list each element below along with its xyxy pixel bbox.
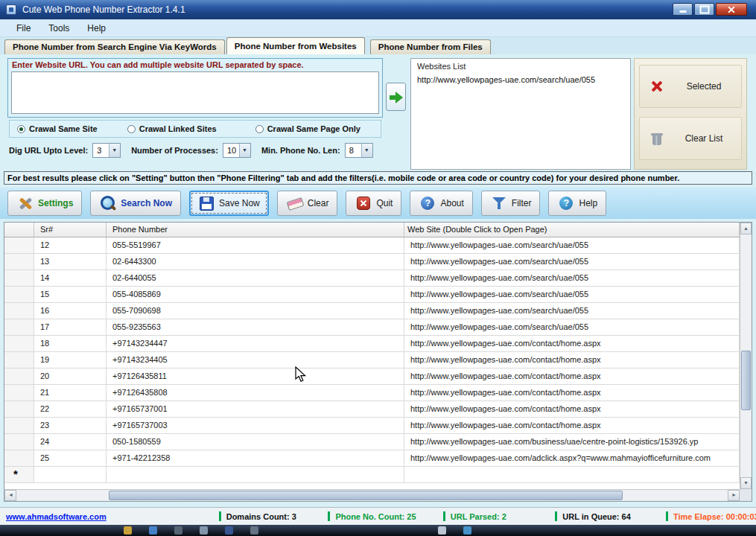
app-icon-2[interactable] [174,526,182,535]
red-x-icon [647,77,667,96]
search-now-button[interactable]: Search Now [90,191,181,216]
table-row[interactable]: 22+97165737001http://www.yellowpages-uae… [4,401,740,418]
trash-icon [647,129,667,148]
grid-header: Sr# Phone Number Web Site (Double Click … [4,223,740,237]
tab-1[interactable]: Phone Number from Search Engine Via KeyW… [4,39,225,54]
url-queue: URL in Queue: 64 [562,512,661,521]
phone-column-header[interactable]: Phone Number [107,223,404,237]
maximize-button[interactable] [694,3,714,16]
table-row[interactable]: 1302-6443300http://www.yellowpages-uae.c… [4,254,740,270]
chevron-down-icon[interactable] [239,144,250,157]
radio-option-2[interactable]: Crawal Linked Sites [127,124,217,133]
row-selector [4,319,34,335]
save-now-button[interactable]: Save Now [189,191,269,216]
menu-item-help[interactable]: Help [78,21,115,36]
table-row[interactable]: 12055-5519967http://www.yellowpages-uae.… [4,237,740,254]
scroll-left-arrow-icon[interactable] [4,490,16,501]
chevron-down-icon[interactable] [109,144,120,157]
add-url-button[interactable] [386,83,406,111]
url-group: Enter Website URL. You can add multiple … [7,58,383,118]
row-selector [4,418,34,433]
table-row[interactable]: 1402-6440055http://www.yellowpages-uae.c… [4,270,740,287]
content-area: Enter Website URL. You can add multiple … [0,54,756,171]
vertical-scroll-thumb[interactable] [741,351,751,410]
filter-button[interactable]: Filter [481,191,541,216]
table-row[interactable]: 19+97143234405http://www.yellowpages-uae… [4,352,740,368]
table-row[interactable]: 16055-7090698http://www.yellowpages-uae.… [4,303,740,319]
help-icon [559,197,573,210]
app-icon-7[interactable] [463,526,471,535]
scroll-down-arrow-icon[interactable] [740,477,752,489]
website-url-input[interactable] [11,71,379,114]
folder-icon[interactable] [124,526,132,535]
app-icon-3[interactable] [200,526,208,535]
row-selector [4,368,34,384]
horizontal-scroll-thumb[interactable] [109,491,623,500]
min-phone-len-label: Min. Phone No. Len: [261,146,340,155]
table-row[interactable]: 24050-1580559http://www.yellowpages-uae.… [4,434,740,450]
quit-icon [357,197,370,210]
menu-bar: FileToolsHelp [0,19,756,37]
url-instruction-label: Enter Website URL. You can add multiple … [12,60,304,69]
tab-3[interactable]: Phone Number from Files [370,39,491,54]
menu-item-file[interactable]: File [7,21,39,36]
scrollbar-corner [740,489,752,501]
website-column-header[interactable]: Web Site (Double Click to Open Page) [404,223,740,237]
close-button[interactable] [716,3,747,16]
green-arrow-icon [390,92,404,103]
table-row[interactable]: 15055-4085869http://www.yellowpages-uae.… [4,287,740,303]
row-selector [4,401,34,417]
radio-option-1[interactable]: Crawal Same Site [17,124,98,133]
tab-2[interactable]: Phone Number from Websites [226,37,365,54]
minimize-button[interactable] [673,3,693,16]
app-icon-5[interactable] [250,526,258,535]
row-selector [4,254,34,269]
app-window: Cute Web Phone Number Extractor 1.4.1 Fi… [0,0,756,525]
clear-button[interactable]: Clear [277,191,338,216]
horizontal-scrollbar[interactable] [4,489,740,501]
options-row: Dig URL Upto Level: 3 Number of Processe… [9,142,386,159]
scroll-up-arrow-icon[interactable] [740,223,752,234]
scroll-right-arrow-icon[interactable] [728,490,740,501]
app-icon[interactable] [6,4,16,15]
quit-button[interactable]: Quit [346,191,401,216]
website-list-item[interactable]: http://www.yellowpages-uae.com/search/ua… [411,73,630,86]
table-row[interactable]: 20+97126435811http://www.yellowpages-uae… [4,368,740,385]
menu-item-tools[interactable]: Tools [39,21,78,36]
table-row[interactable]: 18+97143234447http://www.yellowpages-uae… [4,336,740,352]
radio-option-3[interactable]: Crawal Same Page Only [255,124,360,133]
sr-column-header[interactable]: Sr# [34,223,107,237]
settings-button[interactable]: Settings [7,191,82,216]
row-selector [4,303,34,319]
dig-level-select[interactable]: 3 [92,143,121,158]
notice-bar: For best results please click on "Settin… [4,171,752,185]
domains-count: Domains Count: 3 [226,512,323,521]
app-icon-6[interactable] [438,526,446,535]
clear-list-button[interactable]: Clear List [639,117,742,160]
status-separator [219,511,221,521]
funnel-icon [490,194,508,212]
row-selector [4,434,34,450]
processes-label: Number of Processes: [131,146,218,155]
table-row[interactable]: 21+97126435808http://www.yellowpages-uae… [4,385,740,401]
status-separator [328,511,330,521]
websites-list-title: Websites List [411,59,630,73]
delete-selected-button[interactable]: Selected [639,65,742,108]
app-icon-1[interactable] [149,526,157,535]
table-row[interactable]: 25+971-42212358http://www.yellowpages-ua… [4,450,740,467]
results-grid: Sr# Phone Number Web Site (Double Click … [4,222,752,502]
table-row[interactable]: 17055-9235563http://www.yellowpages-uae.… [4,319,740,336]
app-icon-4[interactable] [225,526,233,535]
table-new-row: * [4,467,740,483]
vertical-scrollbar[interactable] [740,223,752,489]
processes-select[interactable]: 10 [223,143,251,158]
wrench-icon [16,194,34,212]
table-row[interactable]: 23+97165737003http://www.yellowpages-uae… [4,418,740,434]
about-button[interactable]: About [410,191,472,216]
status-bar: www.ahmadsoftware.comDomains Count: 3Pho… [0,507,756,525]
min-phone-len-select[interactable]: 8 [345,143,373,158]
chevron-down-icon[interactable] [361,144,372,157]
help-button[interactable]: Help [548,191,606,216]
taskbar [0,525,756,536]
website-link[interactable]: www.ahmadsoftware.com [6,512,214,521]
